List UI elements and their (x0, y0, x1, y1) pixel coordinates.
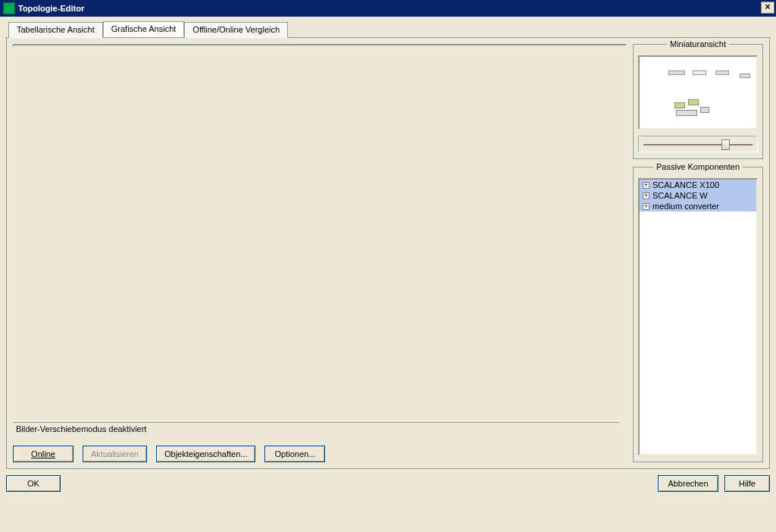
online-button[interactable]: Online (13, 446, 74, 462)
zoom-slider[interactable] (638, 136, 758, 152)
group-legend: Miniaturansicht (667, 39, 729, 49)
status-bar: Bilder-Verschiebemodus deaktiviert (13, 422, 619, 435)
close-icon[interactable]: × (761, 2, 774, 14)
passive-group: Passive Komponenten + SCALANCE X100 + SC… (633, 167, 763, 462)
tree-item-label: SCALANCE X100 (652, 180, 719, 189)
zoom-thumb[interactable] (721, 139, 730, 150)
options-button[interactable]: Optionen... (264, 446, 325, 462)
tab-tabular[interactable]: Tabellarische Ansicht (8, 22, 103, 38)
tree-item[interactable]: + SCALANCE X100 (640, 180, 756, 190)
tab-compare[interactable]: Offline/Online Vergleich (184, 22, 288, 38)
group-legend: Passive Komponenten (653, 162, 743, 171)
help-button[interactable]: Hilfe (724, 475, 770, 492)
tree-item-label: SCALANCE W (652, 191, 708, 200)
expand-icon[interactable]: + (643, 203, 649, 210)
tree-item[interactable]: + SCALANCE W (640, 190, 756, 201)
tab-graphical[interactable]: Grafische Ansicht (103, 21, 185, 37)
tab-bar: Tabellarische Ansicht Grafische Ansicht … (8, 21, 770, 37)
properties-button[interactable]: Objekteigenschaften... (156, 446, 255, 462)
minimap[interactable] (638, 55, 758, 130)
tree-item[interactable]: + medium converter (640, 201, 756, 211)
window-title: Topologie-Editor (18, 4, 84, 13)
app-icon (3, 2, 15, 14)
minimap-group: Miniaturansicht (633, 44, 763, 159)
cancel-button[interactable]: Abbrechen (658, 475, 718, 492)
expand-icon[interactable]: + (643, 182, 649, 189)
ok-button[interactable]: OK (6, 475, 61, 492)
title-bar: Topologie-Editor × (0, 0, 776, 17)
component-tree[interactable]: + SCALANCE X100 + SCALANCE W + medium co… (638, 178, 758, 455)
refresh-button: Aktualisieren (83, 446, 147, 462)
topology-canvas[interactable]: CPU319_Controller PNx40-319(CPU... CP-34… (13, 44, 627, 47)
expand-icon[interactable]: + (643, 192, 649, 199)
tree-item-label: medium converter (652, 202, 719, 211)
